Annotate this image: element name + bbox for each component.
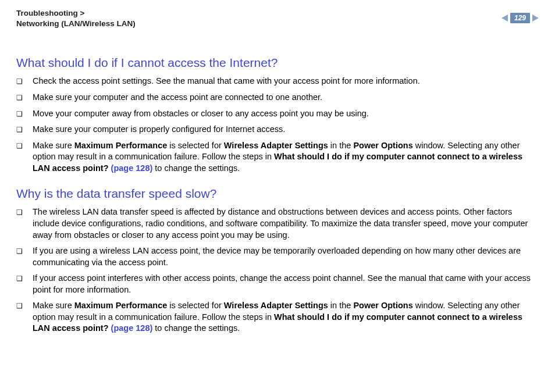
text-fragment: in the: [328, 301, 354, 310]
page-link[interactable]: (page 128): [111, 323, 153, 333]
text-fragment: Make sure: [33, 141, 74, 150]
bullet-icon: ❏: [16, 92, 33, 102]
section-heading: What should I do if I cannot access the …: [16, 56, 539, 70]
text-fragment: to change the settings.: [152, 163, 240, 173]
list-item: ❏ If your access point interferes with o…: [16, 273, 539, 295]
list-item: ❏ Move your computer away from obstacles…: [16, 108, 539, 120]
page-number: 129: [510, 13, 530, 23]
item-text: Check the access point settings. See the…: [33, 76, 539, 87]
item-text: Make sure Maximum Performance is selecte…: [33, 300, 539, 334]
list-item: ❏ Make sure your computer is properly co…: [16, 124, 539, 136]
item-text: Move your computer away from obstacles o…: [33, 108, 539, 120]
list-item: ❏ If you are using a wireless LAN access…: [16, 245, 539, 268]
list-item: ❏ Check the access point settings. See t…: [16, 76, 539, 87]
text-fragment: Make sure: [33, 301, 74, 310]
page-header: Troubleshooting > Networking (LAN/Wirele…: [16, 8, 539, 29]
bullet-icon: ❏: [16, 124, 33, 134]
text-fragment: is selected for: [167, 141, 224, 150]
bullet-icon: ❏: [16, 273, 33, 283]
bullet-icon: ❏: [16, 108, 33, 119]
next-page-arrow-icon[interactable]: [532, 15, 539, 22]
item-text: Make sure Maximum Performance is selecte…: [33, 140, 539, 174]
bullet-icon: ❏: [16, 245, 33, 256]
breadcrumb-line1: Troubleshooting >: [16, 9, 84, 17]
bold-text: Maximum Performance: [74, 141, 168, 150]
bullet-icon: ❏: [16, 300, 33, 311]
bullet-icon: ❏: [16, 76, 33, 86]
breadcrumb: Troubleshooting > Networking (LAN/Wirele…: [16, 8, 136, 29]
bold-text: Power Options: [353, 301, 412, 310]
page-nav: 129: [501, 13, 539, 23]
breadcrumb-line2: Networking (LAN/Wireless LAN): [16, 19, 136, 28]
text-fragment: is selected for: [167, 301, 224, 310]
item-text: If you are using a wireless LAN access p…: [33, 245, 539, 268]
list-item: ❏ The wireless LAN data transfer speed i…: [16, 206, 539, 241]
bold-text: Power Options: [353, 141, 412, 150]
bullet-icon: ❏: [16, 206, 33, 217]
text-fragment: to change the settings.: [152, 323, 240, 333]
item-text: The wireless LAN data transfer speed is …: [33, 206, 539, 241]
list-item: ❏ Make sure Maximum Performance is selec…: [16, 140, 539, 174]
prev-page-arrow-icon[interactable]: [501, 15, 508, 22]
section-heading: Why is the data transfer speed slow?: [16, 187, 539, 201]
page-link[interactable]: (page 128): [111, 163, 153, 173]
list-item: ❏ Make sure Maximum Performance is selec…: [16, 300, 539, 334]
list-item: ❏ Make sure your computer and the access…: [16, 92, 539, 104]
section-transfer-speed-slow: Why is the data transfer speed slow? ❏ T…: [16, 187, 539, 334]
bold-text: Maximum Performance: [74, 301, 168, 310]
item-text: Make sure your computer is properly conf…: [33, 124, 539, 136]
item-text: If your access point interferes with oth…: [33, 273, 539, 295]
bold-text: Wireless Adapter Settings: [224, 141, 328, 150]
page-container: Troubleshooting > Networking (LAN/Wirele…: [0, 0, 555, 334]
section-cannot-access-internet: What should I do if I cannot access the …: [16, 56, 539, 174]
bullet-icon: ❏: [16, 140, 33, 151]
text-fragment: in the: [328, 141, 354, 150]
item-text: Make sure your computer and the access p…: [33, 92, 539, 104]
bold-text: Wireless Adapter Settings: [224, 301, 328, 310]
